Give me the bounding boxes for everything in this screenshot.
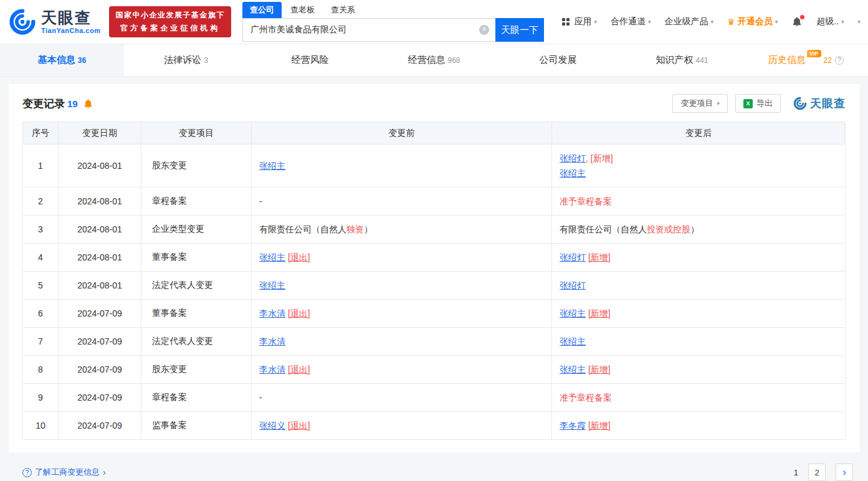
menu-enterprise[interactable]: 企业级产品 ▾	[665, 16, 714, 27]
search-button[interactable]: 天眼一下	[495, 18, 544, 42]
change-tag: 独资	[346, 224, 364, 234]
change-tag[interactable]: [新增]	[588, 364, 611, 374]
menu-cooperation[interactable]: 合作通道 ▾	[611, 16, 651, 27]
nav-tab-label: 经营信息	[408, 54, 445, 66]
clear-search-icon[interactable]: ×	[479, 25, 489, 35]
cell-date: 2024-07-09	[59, 384, 141, 412]
cell-text: 有限责任公司（自然人	[560, 224, 647, 234]
change-tag[interactable]: [退出]	[288, 308, 310, 318]
nav-tab-count: 441	[695, 56, 708, 65]
change-tag[interactable]: [新增]	[588, 421, 611, 431]
nav-tab-经营信息[interactable]: 经营信息968	[372, 44, 496, 76]
entity-link[interactable]: 张绍主	[259, 252, 285, 262]
column-header-date: 变更日期	[59, 122, 141, 145]
change-tag[interactable]: [新增]	[588, 308, 611, 318]
change-tag: ,	[586, 153, 591, 163]
table-row: 92024-07-09章程备案-准予章程备案	[23, 384, 846, 412]
change-tag[interactable]: [退出]	[288, 364, 310, 374]
watermark-logo-icon	[793, 97, 807, 110]
change-tag[interactable]: [退出]	[288, 252, 310, 262]
cell-date: 2024-08-01	[59, 145, 141, 188]
top-header: 天眼查 TianYanCha.com 国家中小企业发展子基金旗下 官方备案企业征…	[0, 0, 868, 44]
entity-link[interactable]: 张绍义	[259, 421, 285, 431]
watermark-logo: 天眼查	[793, 96, 846, 111]
nav-tab-历史信息[interactable]: 历史信息VIP22?	[744, 44, 868, 76]
cell-after: 有限责任公司（自然人投资或控股）	[552, 216, 846, 244]
entity-link[interactable]: 张绍灯	[560, 280, 586, 290]
chevron-down-icon: ▾	[775, 19, 778, 25]
filter-dropdown-button[interactable]: 变更项目 ▾	[672, 94, 728, 113]
cell-before: 张绍主 [退出]	[252, 244, 552, 272]
cell-date: 2024-07-09	[59, 328, 141, 356]
change-tag[interactable]: [新增]	[588, 252, 611, 262]
next-page-button[interactable]: ›	[836, 464, 853, 481]
crown-icon: ♛	[727, 17, 735, 27]
section-toolbar: 变更项目 ▾ X 导出 天眼查	[672, 94, 846, 113]
footer-row: ? 了解工商变更信息 › 12›	[22, 464, 853, 481]
export-button[interactable]: X 导出	[735, 94, 781, 113]
column-header-after: 变更后	[552, 122, 846, 145]
section-count: 19	[67, 98, 78, 109]
menu-super-vip[interactable]: 超级.. ▾	[816, 16, 844, 27]
cell-before: 张绍主	[252, 272, 552, 300]
entity-link[interactable]: 张绍主	[259, 280, 285, 290]
menu-apps-label: 应用	[574, 16, 591, 27]
entity-link[interactable]: 李水清	[259, 336, 285, 346]
menu-open-vip[interactable]: ♛ 开通会员 ▾	[727, 16, 778, 27]
nav-tab-label: 经营风险	[292, 54, 329, 66]
nav-tab-知识产权[interactable]: 知识产权441	[620, 44, 744, 76]
entity-link[interactable]: 张绍主	[259, 161, 285, 171]
cell-date: 2024-08-01	[59, 216, 141, 244]
entity-link[interactable]: 张绍灯	[560, 153, 586, 163]
notification-bell-icon[interactable]	[791, 16, 803, 27]
nav-tab-法律诉讼[interactable]: 法律诉讼3	[124, 44, 248, 76]
nav-tab-经营风险[interactable]: 经营风险	[248, 44, 372, 76]
collapse-chevron-icon[interactable]: ▾	[857, 19, 861, 25]
entity-link[interactable]: 李水清	[259, 364, 285, 374]
cell-after: 张绍主	[552, 328, 846, 356]
change-table-body: 12024-08-01股东变更张绍主张绍灯, [新增]张绍主22024-08-0…	[23, 145, 846, 440]
cell-no: 3	[23, 216, 59, 244]
nav-tab-公司发展[interactable]: 公司发展	[496, 44, 620, 76]
tianyancha-logo[interactable]: 天眼查 TianYanCha.com	[9, 8, 100, 36]
subscribe-bell-icon[interactable]	[83, 98, 93, 109]
search-input[interactable]	[243, 19, 495, 41]
page-button-1[interactable]: 1	[794, 468, 798, 477]
cell-item: 股东变更	[141, 145, 252, 188]
search-tab-relation[interactable]: 查关系	[323, 2, 363, 18]
chevron-right-icon: ›	[103, 467, 106, 477]
cell-after: 李冬霞 [新增]	[552, 412, 846, 440]
logo-text-block: 天眼查 TianYanCha.com	[41, 9, 100, 34]
chevron-down-icon: ▾	[711, 19, 714, 25]
table-row: 22024-08-01章程备案-准予章程备案	[23, 188, 846, 216]
search-tab-boss[interactable]: 查老板	[283, 2, 322, 18]
change-table-head: 序号 变更日期 变更项目 变更前 变更后	[23, 122, 846, 145]
entity-link[interactable]: 李冬霞	[560, 421, 586, 431]
entity-link[interactable]: 张绍主	[560, 364, 586, 374]
cell-item: 监事备案	[141, 412, 252, 440]
nav-tab-label: 知识产权	[656, 54, 693, 66]
entity-link[interactable]: 张绍主	[560, 308, 586, 318]
badge-line1: 国家中小企业发展子基金旗下	[115, 10, 225, 21]
entity-link[interactable]: 李水清	[259, 308, 285, 318]
entity-link[interactable]: 张绍主	[560, 336, 586, 346]
cell-before: 张绍义 [退出]	[252, 412, 552, 440]
nav-tab-count: 3	[204, 56, 208, 65]
cell-date: 2024-08-01	[59, 244, 141, 272]
menu-apps[interactable]: 应用 ▾	[562, 16, 597, 27]
nav-tab-count: 22	[824, 56, 832, 65]
page-button-2[interactable]: 2	[808, 464, 826, 481]
search-tab-company[interactable]: 查公司	[242, 2, 282, 18]
change-tag[interactable]: [退出]	[288, 421, 310, 431]
help-link[interactable]: ? 了解工商变更信息 ›	[22, 467, 106, 478]
entity-link[interactable]: 张绍主	[560, 168, 586, 178]
help-icon[interactable]: ?	[835, 56, 844, 65]
nav-tab-label: 历史信息	[768, 54, 806, 66]
export-button-label: 导出	[756, 98, 773, 109]
cell-no: 4	[23, 244, 59, 272]
entity-link[interactable]: 张绍灯	[560, 252, 586, 262]
cell-item: 董事备案	[141, 244, 252, 272]
content-card: 变更记录 19 变更项目 ▾ X 导出 天	[9, 84, 859, 452]
cell-no: 1	[23, 145, 59, 188]
nav-tab-基本信息[interactable]: 基本信息36	[0, 44, 124, 76]
